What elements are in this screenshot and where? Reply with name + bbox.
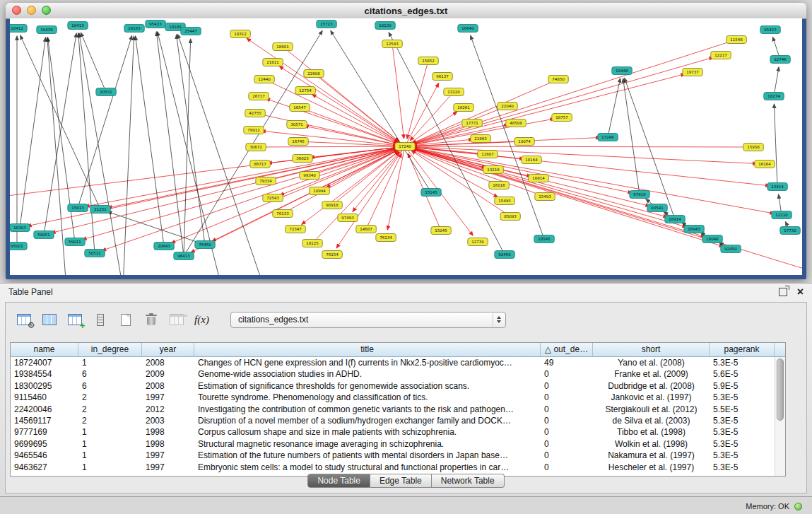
- graph-node[interactable]: 18164: [522, 156, 542, 164]
- graph-node[interactable]: 16745: [288, 138, 309, 146]
- graph-node[interactable]: 12543: [382, 40, 403, 48]
- tab-node-table[interactable]: Node Table: [307, 474, 370, 488]
- graph-node[interactable]: 96137: [433, 73, 453, 81]
- graph-node[interactable]: 59051: [34, 231, 54, 239]
- row-options-button[interactable]: [90, 310, 110, 329]
- graph-node[interactable]: 18125: [302, 240, 323, 247]
- graph-node[interactable]: 20643: [154, 243, 175, 250]
- column-header-title[interactable]: title: [194, 343, 541, 357]
- graph-node[interactable]: 74850: [548, 76, 569, 83]
- column-header-out_degree[interactable]: △ out_de…: [541, 343, 593, 357]
- graph-node[interactable]: 11548: [726, 36, 747, 44]
- graph-node[interactable]: 50512: [85, 250, 105, 257]
- graph-node[interactable]: 13414: [767, 183, 788, 191]
- graph-node[interactable]: 15958: [743, 144, 764, 151]
- graph-node[interactable]: 30672: [246, 144, 266, 151]
- graph-node[interactable]: 21863: [471, 135, 491, 143]
- minimize-window-button[interactable]: [27, 6, 36, 15]
- graph-node[interactable]: 36023: [293, 155, 313, 163]
- graph-node[interactable]: 17240: [395, 143, 416, 151]
- graph-node[interactable]: 15852: [418, 57, 439, 65]
- graph-node[interactable]: 79334: [256, 177, 276, 185]
- table-row[interactable]: 2242004622012Investigating the contribut…: [11, 404, 785, 415]
- graph-node[interactable]: 95423: [760, 26, 781, 34]
- graph-node[interactable]: 15813: [68, 204, 88, 212]
- graph-node[interactable]: 18130: [375, 22, 396, 30]
- graph-node[interactable]: 14687: [356, 226, 377, 233]
- network-canvas[interactable]: 1724018601218111244026717427557991230672…: [10, 18, 802, 275]
- graph-node[interactable]: 95001: [10, 243, 27, 250]
- graph-node[interactable]: 86717: [250, 160, 271, 168]
- graph-node[interactable]: 16261: [454, 104, 474, 112]
- graph-node[interactable]: 30571: [287, 121, 307, 129]
- graph-node[interactable]: 17730: [780, 227, 801, 235]
- graph-node[interactable]: 11607: [478, 151, 498, 158]
- graph-node[interactable]: 12730: [468, 238, 488, 246]
- graph-node[interactable]: 97493: [338, 214, 358, 222]
- graph-node[interactable]: 21251: [90, 206, 111, 214]
- tab-network-table[interactable]: Network Table: [432, 474, 505, 488]
- graph-node[interactable]: 19448: [612, 67, 632, 75]
- graph-node[interactable]: 18412: [10, 25, 27, 33]
- table-row[interactable]: 1938455462009Genome-wide association stu…: [11, 368, 785, 380]
- graph-node[interactable]: 22608: [304, 70, 324, 78]
- table-row[interactable]: 1872400712008Changes of HCN gene express…: [11, 357, 785, 368]
- graph-node[interactable]: 17246: [598, 134, 618, 141]
- graph-node[interactable]: 18413: [68, 22, 88, 30]
- graph-node[interactable]: 15045: [431, 227, 452, 235]
- graph-node[interactable]: 93541: [647, 204, 668, 212]
- graph-node[interactable]: 18545: [534, 235, 555, 243]
- graph-node[interactable]: 85093: [500, 213, 521, 221]
- graph-node[interactable]: 18914: [665, 216, 686, 223]
- graph-node[interactable]: 15495: [495, 197, 515, 205]
- graph-node[interactable]: 16640: [458, 25, 478, 33]
- table-selector-dropdown[interactable]: citations_edges.txt: [230, 312, 506, 328]
- network-view[interactable]: 1724018601218111244026717427557991230672…: [10, 18, 802, 275]
- column-header-in_degree[interactable]: in_degree: [78, 343, 142, 357]
- graph-node[interactable]: 15723: [317, 21, 337, 28]
- graph-node[interactable]: 76154: [322, 251, 343, 259]
- graph-node[interactable]: 92746: [770, 56, 791, 64]
- graph-node[interactable]: 99340: [300, 172, 320, 180]
- graph-node[interactable]: 21811: [263, 59, 283, 66]
- tab-edge-table[interactable]: Edge Table: [370, 474, 432, 488]
- scrollbar-thumb[interactable]: [777, 358, 784, 421]
- table-row[interactable]: 1456911722003Disruption of a novel membe…: [11, 415, 785, 426]
- graph-node[interactable]: 76134: [376, 234, 396, 242]
- graph-node[interactable]: 10994: [310, 187, 330, 195]
- window-titlebar[interactable]: citations_edges.txt: [6, 3, 806, 19]
- graph-node[interactable]: 95423: [146, 21, 166, 28]
- graph-node[interactable]: 18312: [230, 30, 251, 38]
- new-table-button[interactable]: [116, 310, 135, 329]
- graph-node[interactable]: 72347: [286, 226, 306, 233]
- graph-node[interactable]: 19436: [37, 26, 57, 34]
- delete-table-button[interactable]: [141, 310, 160, 329]
- graph-node[interactable]: 92450: [721, 245, 741, 253]
- graph-node[interactable]: 18757: [552, 114, 572, 122]
- graph-node[interactable]: 13220: [444, 88, 464, 96]
- graph-node[interactable]: 92450: [495, 251, 515, 259]
- graph-node[interactable]: 16814: [529, 175, 549, 182]
- graph-node[interactable]: 18601: [273, 43, 293, 51]
- show-columns-button[interactable]: [40, 310, 59, 329]
- function-builder-button[interactable]: f(x): [192, 310, 211, 329]
- graph-node[interactable]: 19737: [683, 69, 703, 76]
- graph-node[interactable]: 96413: [174, 252, 194, 260]
- table-row[interactable]: 946554611997Estimation of the future num…: [11, 450, 785, 461]
- close-panel-icon[interactable]: ×: [797, 286, 804, 298]
- table-row[interactable]: 1830029562008Estimation of significance …: [11, 380, 785, 392]
- float-panel-icon[interactable]: [779, 288, 787, 296]
- column-header-pagerank[interactable]: pagerank: [710, 343, 775, 357]
- graph-node[interactable]: 42755: [245, 110, 266, 117]
- table-scrollbar[interactable]: [775, 357, 785, 476]
- graph-node[interactable]: 25447: [181, 28, 201, 35]
- graph-node[interactable]: 16547: [290, 104, 310, 112]
- graph-node[interactable]: 10074: [514, 138, 535, 146]
- graph-node[interactable]: 67919: [630, 191, 650, 199]
- graph-node[interactable]: 12210: [772, 211, 792, 219]
- column-header-year[interactable]: year: [142, 343, 194, 357]
- graph-node[interactable]: 18303: [10, 224, 30, 232]
- graph-node[interactable]: 18274: [764, 93, 784, 100]
- graph-node[interactable]: 22040: [498, 103, 518, 110]
- graph-node[interactable]: 12440: [254, 76, 275, 83]
